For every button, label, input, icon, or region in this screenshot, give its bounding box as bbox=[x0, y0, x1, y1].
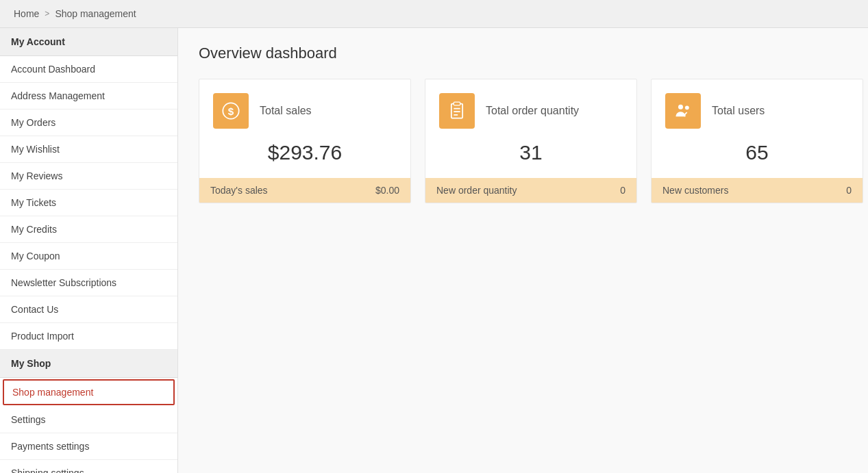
new-order-qty-value: 0 bbox=[620, 185, 625, 196]
total-users-footer: New customers 0 bbox=[652, 178, 863, 203]
card-top-sales: $ Total sales bbox=[199, 79, 410, 136]
total-users-card: Total users 65 New customers 0 bbox=[651, 79, 863, 203]
clipboard-icon bbox=[439, 93, 475, 129]
sidebar-item-shop-management[interactable]: Shop management bbox=[3, 379, 175, 405]
new-customers-value: 0 bbox=[846, 185, 852, 196]
arrow-annotation bbox=[0, 388, 8, 418]
total-sales-card: $ Total sales $293.76 Today's sales $0.0… bbox=[199, 79, 411, 203]
svg-text:$: $ bbox=[228, 105, 234, 117]
breadcrumb-separator: > bbox=[45, 9, 49, 18]
total-orders-footer: New order quantity 0 bbox=[425, 178, 636, 203]
sidebar-item-contact-us[interactable]: Contact Us bbox=[0, 296, 177, 323]
total-sales-label: Total sales bbox=[260, 104, 312, 118]
total-users-label: Total users bbox=[712, 104, 765, 118]
shop-management-wrapper: Shop management bbox=[0, 379, 177, 405]
total-users-value: 65 bbox=[652, 136, 863, 178]
users-icon bbox=[665, 93, 701, 129]
sidebar-item-my-tickets[interactable]: My Tickets bbox=[0, 190, 177, 216]
sidebar-my-account-title: My Account bbox=[0, 28, 177, 56]
breadcrumb-current: Shop management bbox=[55, 8, 136, 19]
dollar-icon: $ bbox=[213, 93, 249, 129]
sidebar-item-account-dashboard[interactable]: Account Dashboard bbox=[0, 56, 177, 83]
breadcrumb: Home > Shop management bbox=[0, 0, 868, 28]
sidebar-item-my-wishlist[interactable]: My Wishlist bbox=[0, 136, 177, 163]
sidebar-item-my-reviews[interactable]: My Reviews bbox=[0, 163, 177, 190]
svg-rect-3 bbox=[454, 102, 460, 105]
sidebar-item-my-coupon[interactable]: My Coupon bbox=[0, 243, 177, 270]
sidebar-item-address-management[interactable]: Address Management bbox=[0, 83, 177, 110]
sidebar-item-product-import[interactable]: Product Import bbox=[0, 323, 177, 350]
sidebar-item-my-orders[interactable]: My Orders bbox=[0, 110, 177, 136]
sidebar: My Account Account Dashboard Address Man… bbox=[0, 28, 178, 473]
main-layout: My Account Account Dashboard Address Man… bbox=[0, 28, 868, 473]
sidebar-my-shop-title: My Shop bbox=[0, 350, 177, 378]
total-orders-value: 31 bbox=[425, 136, 636, 178]
total-orders-card: Total order quantity 31 New order quanti… bbox=[425, 79, 637, 203]
page-title: Overview dashboard bbox=[199, 44, 863, 62]
card-top-users: Total users bbox=[652, 79, 863, 136]
todays-sales-label: Today's sales bbox=[210, 185, 268, 196]
new-order-qty-label: New order quantity bbox=[436, 185, 517, 196]
card-top-orders: Total order quantity bbox=[425, 79, 636, 136]
todays-sales-value: $0.00 bbox=[375, 185, 399, 196]
svg-rect-2 bbox=[451, 104, 462, 118]
sidebar-item-my-credits[interactable]: My Credits bbox=[0, 216, 177, 243]
total-sales-value: $293.76 bbox=[199, 136, 410, 178]
total-sales-footer: Today's sales $0.00 bbox=[199, 178, 410, 203]
sidebar-item-payments-settings[interactable]: Payments settings bbox=[0, 433, 177, 460]
stats-cards-row: $ Total sales $293.76 Today's sales $0.0… bbox=[199, 79, 863, 203]
sidebar-item-settings[interactable]: Settings bbox=[0, 407, 177, 433]
new-customers-label: New customers bbox=[662, 185, 728, 196]
sidebar-item-newsletter-subscriptions[interactable]: Newsletter Subscriptions bbox=[0, 270, 177, 296]
main-content: Overview dashboard $ Total sales $293.76… bbox=[178, 28, 868, 473]
svg-point-7 bbox=[678, 105, 683, 110]
total-orders-label: Total order quantity bbox=[486, 104, 579, 118]
sidebar-item-shipping-settings[interactable]: Shipping settings bbox=[0, 460, 177, 473]
svg-point-8 bbox=[685, 105, 689, 110]
breadcrumb-home[interactable]: Home bbox=[14, 8, 39, 19]
